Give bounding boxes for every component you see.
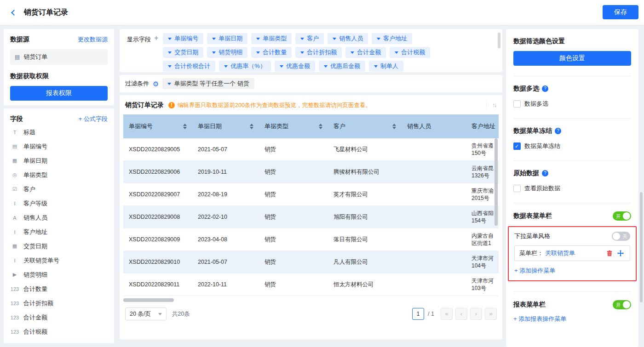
next-page-button[interactable]: › <box>470 308 482 320</box>
table-row[interactable]: XSDD20220829006 2019-10-11 销货 腾骏材料有限公司 云… <box>123 161 499 183</box>
table-row[interactable]: XSDD20220829007 2022-08-19 销货 英才有限公司 重庆市… <box>123 183 499 206</box>
display-field-chip[interactable]: 销售人员 <box>328 33 368 44</box>
first-page-button[interactable]: « <box>441 308 453 320</box>
field-list-item[interactable]: A 销售人员 <box>4 210 114 225</box>
checkbox-unchecked-icon[interactable] <box>513 100 521 108</box>
field-list-item[interactable]: 123 合计税额 <box>4 324 114 339</box>
menu-bar-item[interactable]: 菜单栏： 关联销货单 <box>514 245 630 261</box>
column-header[interactable]: 单据类型 <box>259 114 328 138</box>
menu-freeze-checkbox-row[interactable]: 数据菜单冻结 <box>513 142 631 150</box>
display-field-chip[interactable]: 优惠金额 <box>275 61 315 72</box>
checkbox-unchecked-icon[interactable] <box>513 185 521 192</box>
display-field-chip[interactable]: 交货日期 <box>163 47 203 58</box>
move-icon[interactable] <box>616 249 625 258</box>
checkbox-checked-icon[interactable] <box>513 142 521 150</box>
table-row[interactable]: XSDD20220829005 2021-05-07 销货 飞星材料公司 贵州省… <box>123 138 499 161</box>
delete-icon[interactable] <box>605 249 614 258</box>
multi-select-section: 数据多选 ? 数据多选 <box>513 76 631 119</box>
field-label: 合计折扣额 <box>23 299 53 307</box>
display-field-chip[interactable]: 客户 <box>295 33 324 44</box>
column-header[interactable]: 单据编号 <box>123 114 192 138</box>
field-list-item[interactable]: ▤ 单据编号 <box>4 139 114 154</box>
settings-panel: 数据筛选颜色设置 颜色设置 数据多选 ? 数据多选 数据菜单冻结 ? 数据菜单冻… <box>506 29 638 347</box>
cell-customer: 旭阳有限公司 <box>328 206 402 228</box>
column-header[interactable]: 销售人员 <box>402 114 466 138</box>
field-list-item[interactable]: I 关联销货单号 <box>4 253 114 267</box>
change-datasource-link[interactable]: 更改数据源 <box>78 35 108 44</box>
window-scrollbar[interactable] <box>640 192 643 302</box>
menu-bar-value-link[interactable]: 关联销货单 <box>545 249 603 257</box>
table-menu-toggle-on[interactable]: 开 <box>613 211 631 221</box>
field-list-item[interactable]: I 客户等级 <box>4 196 114 210</box>
sort-icon[interactable] <box>246 124 253 129</box>
table-row[interactable]: XSDD20220829010 2021-05-07 销货 凡人有限公司 天津市… <box>123 251 499 273</box>
table-row[interactable]: XSDD20220829011 2022-10-11 销货 恒太方材料公司 天津… <box>123 273 499 296</box>
column-label: 单据类型 <box>264 122 288 131</box>
last-page-button[interactable]: » <box>485 308 497 320</box>
multi-select-checkbox-row[interactable]: 数据多选 <box>513 100 631 108</box>
chevron-down-icon <box>280 65 283 68</box>
current-page-input[interactable]: 1 <box>412 308 424 320</box>
sort-order-icon[interactable]: ↑↓ <box>486 101 502 109</box>
help-icon[interactable]: ? <box>555 128 561 134</box>
field-list-item[interactable]: 123 合计折扣额 <box>4 296 114 310</box>
field-type-icon: ☑ <box>10 186 19 192</box>
display-field-chip[interactable]: 合计价税合计 <box>163 61 215 72</box>
add-report-action-link[interactable]: + 添加报表操作菜单 <box>513 315 631 323</box>
color-settings-button[interactable]: 颜色设置 <box>513 51 631 66</box>
report-permission-button[interactable]: 报表权限 <box>10 86 108 101</box>
help-icon[interactable]: ? <box>542 85 548 92</box>
back-button[interactable] <box>7 6 20 19</box>
field-list-item[interactable]: T 标题 <box>4 125 114 139</box>
display-field-chip[interactable]: 合计金额 <box>345 47 386 58</box>
field-list-item[interactable]: ▦ 交货日期 <box>4 239 114 253</box>
display-field-chip[interactable]: 制单人 <box>369 61 403 72</box>
scrollbar-thumb[interactable] <box>123 298 174 302</box>
table-vertical-scrollbar[interactable] <box>494 138 498 226</box>
field-list-item[interactable]: ▦ 单据日期 <box>4 154 114 168</box>
prev-page-button[interactable]: ‹ <box>455 308 467 320</box>
column-label: 单据编号 <box>129 122 153 131</box>
field-list-item[interactable]: 123 合计数量 <box>4 282 114 296</box>
page-size-select[interactable]: 20 条/页 <box>125 307 167 320</box>
help-icon[interactable]: ? <box>542 170 548 176</box>
display-field-chip[interactable]: 合计数量 <box>251 47 292 58</box>
field-list-item[interactable]: I 客户地址 <box>4 225 114 239</box>
display-field-chip[interactable]: 客户地址 <box>372 33 412 44</box>
sort-icon[interactable] <box>389 124 396 129</box>
add-display-field-button[interactable]: + <box>154 34 158 42</box>
display-field-chip[interactable]: 销货明细 <box>207 47 247 58</box>
raw-data-checkbox-row[interactable]: 查看原始数据 <box>513 184 631 193</box>
gear-icon[interactable]: ⚙ <box>153 80 159 87</box>
display-field-chip[interactable]: 合计折扣额 <box>295 47 342 58</box>
display-field-chip[interactable]: 优惠后金额 <box>319 61 365 72</box>
column-header[interactable]: 单据日期 <box>192 114 259 138</box>
field-list-item[interactable]: 123 合计金额 <box>4 310 114 324</box>
display-field-chip[interactable]: 合计税额 <box>390 47 430 58</box>
field-list-item[interactable]: ☑ 客户 <box>4 182 114 196</box>
save-button[interactable]: 保存 <box>603 5 638 19</box>
cell-doc-no: XSDD20220829006 <box>123 161 192 183</box>
cell-salesperson <box>402 273 466 296</box>
field-list-item[interactable]: ▶ 销货明细 <box>4 267 114 282</box>
display-field-chip[interactable]: 优惠率（%） <box>219 61 271 72</box>
table-row[interactable]: XSDD20220829008 2022-02-10 销货 旭阳有限公司 山西省… <box>123 206 499 228</box>
field-list-item[interactable]: ◎ 单据类型 <box>4 168 114 182</box>
add-formula-field-link[interactable]: + 公式字段 <box>79 115 108 123</box>
dropdown-style-toggle-off[interactable]: 关 <box>612 232 630 241</box>
display-field-chip[interactable]: 单据日期 <box>207 33 247 44</box>
panel-scrollbar[interactable] <box>498 33 500 48</box>
column-header[interactable]: 客户地址 <box>466 114 499 138</box>
display-field-chip[interactable]: 单据类型 <box>251 33 292 44</box>
sort-icon[interactable] <box>179 124 187 129</box>
column-header[interactable]: 客户 <box>328 114 402 138</box>
display-field-chip[interactable]: 单据编号 <box>163 33 203 44</box>
datasource-item[interactable]: ▤ 销货订单 <box>10 49 108 65</box>
sort-icon[interactable] <box>315 124 322 129</box>
report-menu-toggle-on[interactable]: 开 <box>613 300 631 309</box>
filter-condition-chip[interactable]: 单据类型 等于任意一个 销货 <box>162 78 254 89</box>
table-row[interactable]: XSDD20220829009 2023-04-08 销货 落日有限公司 内蒙古… <box>123 228 499 251</box>
add-action-menu-link[interactable]: + 添加操作菜单 <box>514 267 630 275</box>
field-label: 关联销货单号 <box>23 256 59 265</box>
chip-label: 合计金额 <box>357 48 381 57</box>
